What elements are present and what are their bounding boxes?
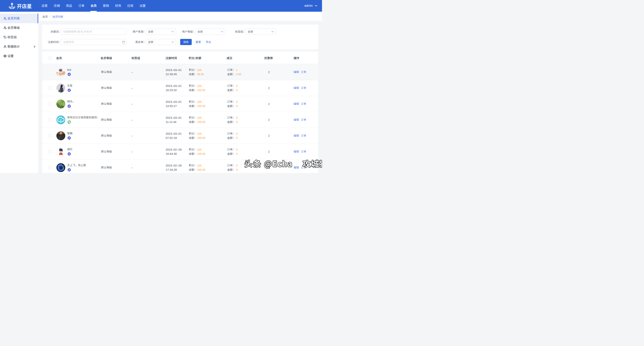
svg-text:14: 14 xyxy=(60,154,62,155)
